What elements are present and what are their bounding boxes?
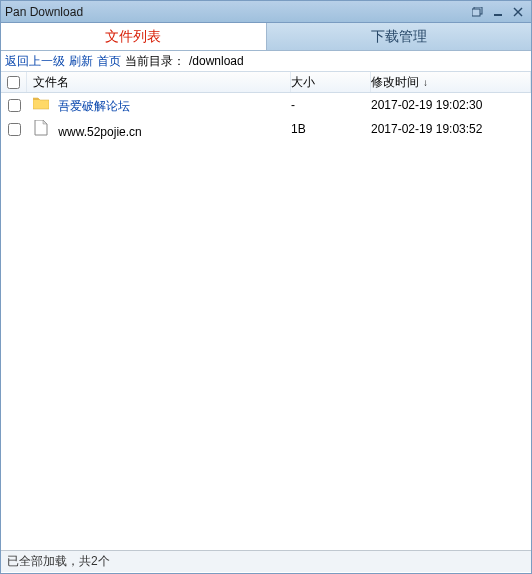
row-checkbox[interactable]	[8, 123, 21, 136]
col-header-size[interactable]: 大小	[291, 72, 371, 92]
file-time: 2017-02-19 19:02:30	[371, 98, 531, 112]
status-bar: 已全部加载，共2个	[1, 550, 531, 572]
select-all-cell	[1, 72, 27, 92]
col-header-time[interactable]: 修改时间 ↓	[371, 72, 531, 92]
close-icon[interactable]	[509, 4, 527, 20]
nav-home[interactable]: 首页	[97, 53, 121, 70]
table-row[interactable]: www.52pojie.cn 1B 2017-02-19 19:03:52	[1, 117, 531, 141]
tab-file-list[interactable]: 文件列表	[1, 23, 267, 50]
titlebar: Pan Download	[1, 1, 531, 23]
folder-icon	[33, 95, 49, 111]
svg-rect-1	[472, 9, 480, 16]
column-header: 文件名 大小 修改时间 ↓	[1, 71, 531, 93]
file-name[interactable]: 吾爱破解论坛	[58, 99, 130, 113]
sort-down-icon: ↓	[423, 77, 428, 88]
cur-dir-label: 当前目录：	[125, 53, 185, 70]
file-icon	[33, 120, 49, 136]
file-name: www.52pojie.cn	[58, 125, 141, 139]
select-all-checkbox[interactable]	[7, 76, 20, 89]
nav-bar: 返回上一级 刷新 首页 当前目录：/download	[1, 51, 531, 71]
file-time: 2017-02-19 19:03:52	[371, 122, 531, 136]
tab-bar: 文件列表 下载管理	[1, 23, 531, 51]
cur-dir-value: /download	[189, 54, 244, 68]
nav-refresh[interactable]: 刷新	[69, 53, 93, 70]
tab-download-manager[interactable]: 下载管理	[267, 23, 532, 50]
row-checkbox[interactable]	[8, 99, 21, 112]
status-text: 已全部加载，共2个	[7, 553, 110, 570]
file-list: 吾爱破解论坛 - 2017-02-19 19:02:30 www.52pojie…	[1, 93, 531, 550]
col-header-name[interactable]: 文件名	[27, 72, 291, 92]
minimize-icon[interactable]	[489, 4, 507, 20]
window-title: Pan Download	[5, 5, 467, 19]
restore-icon[interactable]	[469, 4, 487, 20]
nav-back[interactable]: 返回上一级	[5, 53, 65, 70]
file-size: 1B	[291, 122, 371, 136]
file-size: -	[291, 98, 371, 112]
table-row[interactable]: 吾爱破解论坛 - 2017-02-19 19:02:30	[1, 93, 531, 117]
